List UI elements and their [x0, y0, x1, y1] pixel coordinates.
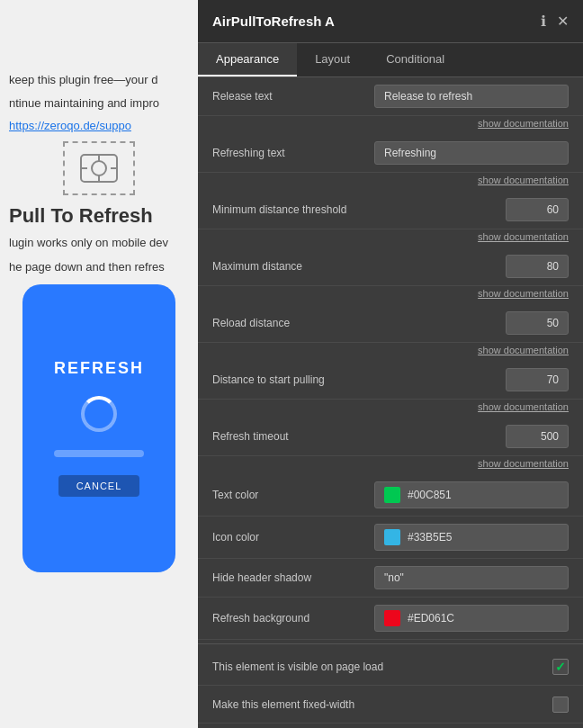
- visible-on-load-row: This element is visible on page load ✓: [198, 648, 583, 686]
- refresh-timeout-value[interactable]: 500: [506, 425, 569, 448]
- hide-header-shadow-row: Hide header shadow "no": [198, 559, 583, 598]
- reload-distance-row: Reload distance 50: [198, 304, 583, 343]
- settings-panel: AirPullToRefresh A ℹ ✕ Appearance Layout…: [198, 0, 583, 728]
- pull-start-distance-label: Distance to start pulling: [212, 373, 374, 386]
- bg-cancel-button[interactable]: CANCEL: [58, 475, 140, 497]
- min-distance-label: Minimum distance threshold: [212, 203, 374, 216]
- pull-start-distance-docs: show documentation: [198, 400, 583, 418]
- max-distance-docs: show documentation: [198, 286, 583, 304]
- icon-color-field[interactable]: #33B5E5: [374, 524, 569, 551]
- min-distance-row: Minimum distance threshold 60: [198, 191, 583, 229]
- bg-element-box: [63, 141, 135, 195]
- max-distance-docs-link[interactable]: show documentation: [478, 288, 569, 299]
- refreshing-text-row: Refreshing text Refreshing: [198, 134, 583, 173]
- min-width-row: Minimum width (% of current width) 20: [198, 724, 583, 728]
- min-distance-value[interactable]: 60: [506, 198, 569, 221]
- panel-body: Release text Release to refresh show doc…: [198, 77, 583, 728]
- pull-start-distance-docs-link[interactable]: show documentation: [478, 401, 569, 412]
- max-distance-value[interactable]: 80: [506, 255, 569, 278]
- bg-text-4: he page down and then refres: [9, 259, 189, 275]
- refresh-background-row: Refresh background #ED061C: [198, 598, 583, 640]
- text-color-field[interactable]: #00C851: [374, 481, 569, 508]
- text-color-label: Text color: [212, 489, 374, 501]
- bg-text-1: keep this plugin free—your d: [9, 72, 189, 88]
- hide-header-shadow-label: Hide header shadow: [212, 571, 374, 584]
- tab-layout[interactable]: Layout: [297, 43, 368, 76]
- pull-start-distance-row: Distance to start pulling 70: [198, 361, 583, 400]
- icon-color-swatch: [384, 529, 400, 545]
- bg-text-2: ntinue maintaining and impro: [9, 95, 189, 112]
- max-distance-label: Maximum distance: [212, 260, 374, 273]
- panel-header-icons: ℹ ✕: [541, 13, 569, 30]
- fixed-width-checkbox[interactable]: [552, 697, 569, 713]
- min-distance-docs: show documentation: [198, 229, 583, 247]
- refresh-timeout-docs-link[interactable]: show documentation: [478, 458, 569, 469]
- release-text-docs: show documentation: [198, 116, 583, 134]
- tab-conditional[interactable]: Conditional: [368, 43, 462, 76]
- panel-header: AirPullToRefresh A ℹ ✕: [198, 0, 583, 43]
- release-text-value[interactable]: Release to refresh: [374, 85, 569, 108]
- text-color-value: #00C851: [408, 489, 452, 501]
- refreshing-text-value[interactable]: Refreshing: [374, 141, 569, 165]
- release-text-row: Release text Release to refresh: [198, 77, 583, 116]
- panel-title: AirPullToRefresh A: [212, 13, 541, 29]
- refresh-background-value: #ED061C: [408, 612, 454, 625]
- close-icon[interactable]: ✕: [557, 13, 569, 30]
- refresh-timeout-docs: show documentation: [198, 456, 583, 474]
- visible-on-load-checkbox[interactable]: ✓: [552, 659, 569, 675]
- fixed-width-row: Make this element fixed-width: [198, 686, 583, 724]
- text-color-row: Text color #00C851: [198, 474, 583, 517]
- icon-color-label: Icon color: [212, 531, 374, 544]
- bg-phone-inner: REFRESH CANCEL: [54, 359, 144, 497]
- refresh-timeout-label: Refresh timeout: [212, 430, 374, 443]
- reload-distance-docs-link[interactable]: show documentation: [478, 345, 569, 355]
- bg-progress-bar: [54, 450, 144, 457]
- bg-link[interactable]: https://zeroqo.de/suppo: [9, 119, 131, 132]
- svg-point-1: [92, 161, 106, 175]
- bg-refresh-text: REFRESH: [54, 359, 144, 378]
- visible-on-load-label: This element is visible on page load: [212, 661, 552, 673]
- refreshing-text-docs-link[interactable]: show documentation: [478, 175, 569, 185]
- refreshing-text-docs: show documentation: [198, 173, 583, 191]
- reload-distance-docs: show documentation: [198, 343, 583, 361]
- reload-distance-label: Reload distance: [212, 317, 374, 329]
- reload-distance-value[interactable]: 50: [506, 311, 569, 335]
- info-icon[interactable]: ℹ: [541, 13, 546, 30]
- refresh-background-swatch: [384, 610, 400, 626]
- hide-header-shadow-value[interactable]: "no": [374, 566, 569, 589]
- check-mark-icon: ✓: [555, 660, 566, 674]
- divider-1: [198, 643, 583, 644]
- tab-appearance[interactable]: Appearance: [198, 43, 297, 76]
- panel-tabs: Appearance Layout Conditional: [198, 43, 583, 77]
- max-distance-row: Maximum distance 80: [198, 247, 583, 286]
- refresh-background-label: Refresh background: [212, 612, 374, 625]
- refresh-timeout-row: Refresh timeout 500: [198, 418, 583, 456]
- release-text-docs-link[interactable]: show documentation: [478, 118, 569, 129]
- bg-spinner: [81, 396, 117, 432]
- refresh-background-field[interactable]: #ED061C: [374, 605, 569, 632]
- icon-color-value: #33B5E5: [408, 531, 452, 544]
- bg-phone-mockup: REFRESH CANCEL: [22, 284, 175, 572]
- refreshing-text-label: Refreshing text: [212, 147, 374, 159]
- min-distance-docs-link[interactable]: show documentation: [478, 231, 569, 242]
- text-color-swatch: [384, 487, 400, 503]
- fixed-width-label: Make this element fixed-width: [212, 698, 552, 711]
- pull-start-distance-value[interactable]: 70: [506, 368, 569, 391]
- bg-page-title: Pull To Refresh: [9, 204, 189, 228]
- bg-text-3: lugin works only on mobile dev: [9, 235, 189, 251]
- release-text-label: Release text: [212, 90, 374, 103]
- background-content: keep this plugin free—your d ntinue main…: [0, 0, 198, 728]
- icon-color-row: Icon color #33B5E5: [198, 517, 583, 559]
